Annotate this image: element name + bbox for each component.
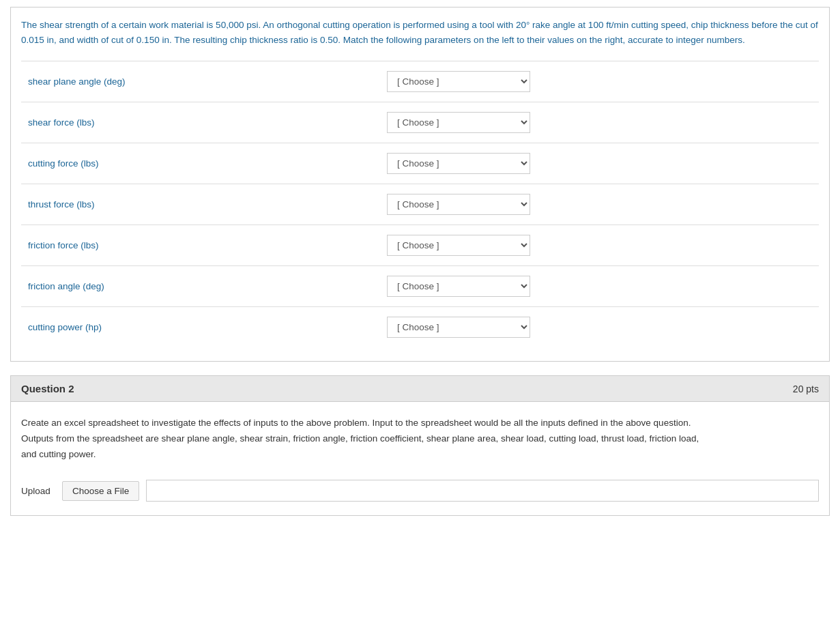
table-row: shear force (lbs) [ Choose ] [21,102,819,143]
table-row: friction force (lbs) [ Choose ] [21,225,819,266]
file-input-area [146,480,819,502]
param-label-friction-force: friction force (lbs) [21,225,380,266]
dropdown-cell-cutting-force: [ Choose ] [380,143,819,184]
table-row: shear plane angle (deg) [ Choose ] [21,61,819,102]
matching-table: shear plane angle (deg) [ Choose ] shear… [21,61,819,347]
cutting-power-select[interactable]: [ Choose ] [387,317,530,338]
question2-body: Create an excel spreadsheet to investiga… [11,402,829,515]
question2-title: Question 2 [21,383,74,394]
table-row: cutting force (lbs) [ Choose ] [21,143,819,184]
question2-text-line3: and cutting power. [21,449,96,459]
dropdown-cell-thrust-force: [ Choose ] [380,184,819,225]
dropdown-cell-shear-force: [ Choose ] [380,102,819,143]
dropdown-cell-shear-plane-angle: [ Choose ] [380,61,819,102]
upload-label: Upload [21,486,55,496]
param-label-cutting-power: cutting power (hp) [21,307,380,348]
upload-row: Upload Choose a File [21,480,819,502]
choose-file-button[interactable]: Choose a File [62,481,139,501]
param-label-shear-force: shear force (lbs) [21,102,380,143]
table-row: cutting power (hp) [ Choose ] [21,307,819,348]
table-row: thrust force (lbs) [ Choose ] [21,184,819,225]
shear-plane-angle-select[interactable]: [ Choose ] [387,71,530,92]
param-label-friction-angle: friction angle (deg) [21,266,380,307]
question2-text-line2: Outputs from the spreadsheet are shear p… [21,433,699,444]
question2-body-text: Create an excel spreadsheet to investiga… [21,416,819,463]
dropdown-cell-friction-angle: [ Choose ] [380,266,819,307]
dropdown-cell-cutting-power: [ Choose ] [380,307,819,348]
dropdown-cell-friction-force: [ Choose ] [380,225,819,266]
friction-force-select[interactable]: [ Choose ] [387,235,530,256]
param-label-thrust-force: thrust force (lbs) [21,184,380,225]
question1-section: The shear strength of a certain work mat… [10,7,830,362]
question2-text-line1: Create an excel spreadsheet to investiga… [21,418,691,428]
table-row: friction angle (deg) [ Choose ] [21,266,819,307]
cutting-force-select[interactable]: [ Choose ] [387,153,530,174]
question2-pts: 20 pts [793,384,819,394]
shear-force-select[interactable]: [ Choose ] [387,112,530,133]
friction-angle-select[interactable]: [ Choose ] [387,276,530,297]
question2-section: Question 2 20 pts Create an excel spread… [10,375,830,516]
thrust-force-select[interactable]: [ Choose ] [387,194,530,215]
question1-intro-text: The shear strength of a certain work mat… [21,18,819,47]
param-label-shear-plane-angle: shear plane angle (deg) [21,61,380,102]
param-label-cutting-force: cutting force (lbs) [21,143,380,184]
question2-header: Question 2 20 pts [11,376,829,402]
